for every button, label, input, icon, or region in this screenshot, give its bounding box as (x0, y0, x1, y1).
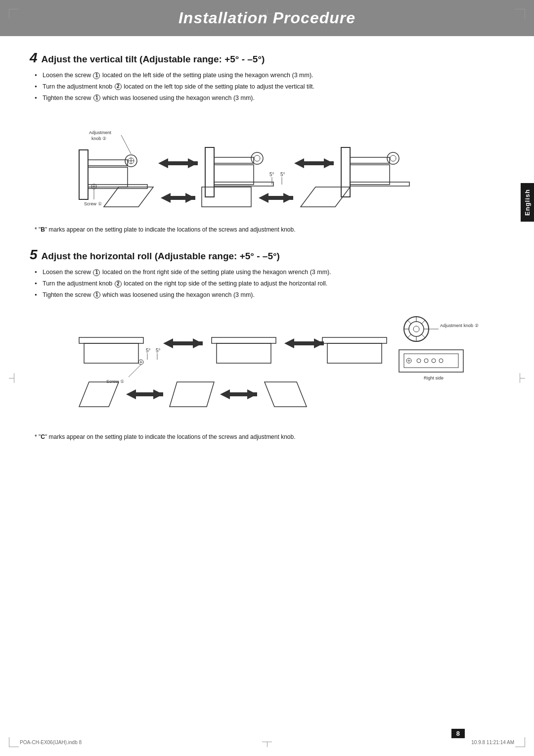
footer-left: POA-CH-EX06(IJAH).indb 8 (20, 740, 82, 745)
svg-rect-33 (350, 157, 390, 163)
svg-rect-20 (214, 157, 254, 163)
svg-marker-63 (284, 338, 294, 348)
section4-bullet2: Turn the adjustment knob 2 located on th… (35, 82, 504, 92)
svg-rect-81 (399, 350, 463, 372)
svg-point-23 (254, 155, 260, 161)
svg-marker-60 (193, 338, 203, 348)
center-mark-right (515, 373, 525, 383)
svg-point-69 (409, 322, 424, 336)
page-number: 8 (451, 729, 465, 738)
svg-text:Right side: Right side (424, 376, 444, 380)
svg-rect-24 (214, 182, 273, 186)
svg-point-36 (390, 155, 396, 161)
section4-diagram: Adjustment knob ② Screw ① (30, 110, 504, 219)
svg-line-77 (422, 334, 425, 337)
svg-rect-1 (88, 160, 128, 166)
svg-rect-32 (341, 147, 350, 197)
page-number-area: 8 (451, 730, 465, 737)
svg-marker-45 (283, 193, 293, 203)
svg-line-78 (408, 334, 411, 337)
footer: POA-CH-EX06(IJAH).indb 8 10.9.8 11:21:14… (0, 740, 534, 745)
section4-title: Adjust the vertical tilt (Adjustable ran… (42, 54, 265, 65)
section4-bullet1: Loosen the screw 1 located on the left s… (35, 71, 504, 80)
svg-marker-18 (188, 158, 198, 168)
corner-mark-tr (515, 9, 525, 19)
svg-point-35 (387, 152, 399, 164)
main-content: 4 Adjust the vertical tilt (Adjustable r… (0, 36, 534, 470)
section5-number: 5 (30, 248, 38, 262)
svg-rect-47 (79, 337, 143, 343)
svg-line-76 (408, 321, 411, 324)
svg-rect-67 (327, 343, 382, 363)
center-mark-top (262, 9, 272, 19)
svg-rect-48 (84, 343, 138, 363)
svg-marker-39 (161, 193, 171, 203)
svg-text:Adjustment: Adjustment (89, 130, 112, 135)
svg-rect-19 (205, 147, 214, 197)
svg-point-86 (417, 359, 421, 363)
center-mark-left (9, 373, 19, 383)
section4-number: 4 (30, 51, 38, 65)
svg-marker-16 (158, 158, 168, 168)
svg-marker-94 (153, 389, 163, 399)
footer-right: 10.9.8 11:21:14 AM (471, 740, 514, 745)
svg-line-7 (121, 135, 131, 154)
svg-marker-31 (324, 158, 334, 168)
section5-bullet3: Tighten the screw 1 which was loosened u… (35, 290, 504, 300)
svg-marker-38 (104, 187, 153, 207)
svg-marker-41 (185, 193, 195, 203)
svg-text:5°: 5° (269, 172, 274, 177)
section4: 4 Adjust the vertical tilt (Adjustable r… (30, 51, 504, 233)
svg-rect-62 (217, 343, 271, 363)
svg-point-88 (432, 359, 436, 363)
svg-text:Adjustment knob ②: Adjustment knob ② (440, 323, 479, 328)
english-tab: English (521, 183, 534, 222)
section5-heading: 5 Adjust the horizontal roll (Adjustable… (30, 248, 504, 262)
svg-point-70 (413, 326, 419, 332)
section4-bullets: Loosen the screw 1 located on the left s… (30, 71, 504, 102)
svg-marker-99 (265, 382, 307, 407)
svg-rect-61 (212, 337, 276, 343)
svg-marker-96 (220, 389, 230, 399)
section5-title: Adjust the horizontal roll (Adjustable r… (42, 251, 280, 262)
section4-bullet3: Tighten the screw 1 which was loosened u… (35, 94, 504, 103)
svg-marker-58 (163, 338, 173, 348)
section5-bullet2: Turn the adjustment knob 2 located on th… (35, 279, 504, 288)
svg-text:5°: 5° (280, 172, 285, 177)
svg-rect-0 (79, 150, 88, 199)
svg-marker-43 (259, 193, 268, 203)
svg-line-75 (422, 321, 425, 324)
section5-note: * "C" marks appear on the setting plate … (30, 433, 504, 440)
section4-heading: 4 Adjust the vertical tilt (Adjustable r… (30, 51, 504, 65)
svg-text:5°: 5° (146, 348, 151, 353)
svg-marker-92 (126, 389, 136, 399)
section4-note: * "B" marks appear on the setting plate … (30, 226, 504, 233)
svg-marker-46 (301, 187, 350, 207)
svg-marker-98 (247, 389, 257, 399)
svg-rect-66 (322, 337, 387, 343)
svg-text:Screw ①: Screw ① (84, 201, 102, 206)
corner-mark-tl (9, 9, 19, 19)
svg-text:knob ②: knob ② (91, 136, 106, 141)
section5-bullets: Loosen the screw 1 located on the front … (30, 268, 504, 299)
svg-marker-91 (79, 382, 119, 407)
section5-bullet1: Loosen the screw 1 located on the front … (35, 268, 504, 277)
svg-marker-29 (294, 158, 304, 168)
section5-diagram: Screw ① 5° 5° (30, 308, 504, 426)
svg-rect-34 (350, 165, 390, 185)
svg-rect-21 (214, 165, 254, 185)
svg-text:5°: 5° (156, 348, 161, 353)
svg-text:Screw ①: Screw ① (106, 379, 124, 384)
svg-point-89 (439, 359, 443, 363)
svg-rect-82 (404, 354, 458, 368)
svg-marker-95 (170, 382, 214, 407)
section5: 5 Adjust the horizontal roll (Adjustable… (30, 248, 504, 440)
svg-point-22 (251, 152, 263, 164)
svg-point-87 (424, 359, 428, 363)
svg-line-52 (129, 365, 141, 377)
svg-rect-37 (350, 182, 409, 186)
